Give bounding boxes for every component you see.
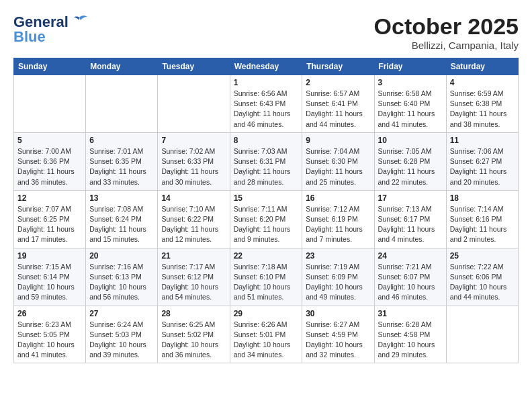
day-info: Sunrise: 7:11 AM Sunset: 6:20 PM Dayligh… [234, 204, 299, 245]
day-number: 1 [234, 78, 299, 87]
day-number: 29 [234, 309, 299, 318]
day-number: 2 [306, 78, 370, 87]
day-cell-7: 7Sunrise: 7:02 AM Sunset: 6:33 PM Daylig… [158, 132, 230, 190]
month-title: October 2025 [374, 13, 519, 40]
empty-cell [86, 75, 158, 133]
day-cell-18: 18Sunrise: 7:14 AM Sunset: 6:16 PM Dayli… [446, 190, 518, 248]
day-info: Sunrise: 7:22 AM Sunset: 6:06 PM Dayligh… [450, 262, 515, 303]
day-cell-29: 29Sunrise: 6:26 AM Sunset: 5:01 PM Dayli… [230, 306, 302, 363]
day-info: Sunrise: 7:13 AM Sunset: 6:17 PM Dayligh… [378, 204, 443, 245]
day-number: 11 [450, 136, 515, 145]
week-row-2: 5Sunrise: 7:00 AM Sunset: 6:36 PM Daylig… [14, 132, 519, 190]
logo-bird-icon [70, 15, 89, 30]
day-info: Sunrise: 7:08 AM Sunset: 6:24 PM Dayligh… [89, 204, 154, 245]
day-number: 13 [89, 193, 154, 203]
header: General Blue October 2025 Bellizzi, Camp… [13, 13, 519, 51]
day-number: 31 [378, 309, 443, 318]
week-row-3: 12Sunrise: 7:07 AM Sunset: 6:25 PM Dayli… [14, 190, 519, 248]
logo-blue: Blue [13, 28, 46, 46]
day-info: Sunrise: 7:16 AM Sunset: 6:13 PM Dayligh… [89, 262, 154, 303]
day-info: Sunrise: 6:27 AM Sunset: 4:59 PM Dayligh… [306, 320, 370, 361]
day-cell-23: 23Sunrise: 7:19 AM Sunset: 6:09 PM Dayli… [302, 248, 374, 306]
calendar-header: SundayMondayTuesdayWednesdayThursdayFrid… [14, 58, 519, 75]
logo-text-block: General Blue [13, 13, 89, 46]
week-row-1: 1Sunrise: 6:56 AM Sunset: 6:43 PM Daylig… [14, 75, 519, 133]
week-row-4: 19Sunrise: 7:15 AM Sunset: 6:14 PM Dayli… [14, 248, 519, 306]
day-number: 18 [450, 193, 515, 203]
day-cell-17: 17Sunrise: 7:13 AM Sunset: 6:17 PM Dayli… [374, 190, 446, 248]
header-row: SundayMondayTuesdayWednesdayThursdayFrid… [14, 58, 519, 75]
day-number: 21 [161, 251, 226, 261]
day-info: Sunrise: 7:14 AM Sunset: 6:16 PM Dayligh… [450, 204, 515, 245]
day-cell-14: 14Sunrise: 7:10 AM Sunset: 6:22 PM Dayli… [158, 190, 230, 248]
day-cell-31: 31Sunrise: 6:28 AM Sunset: 4:58 PM Dayli… [374, 306, 446, 363]
day-info: Sunrise: 7:00 AM Sunset: 6:36 PM Dayligh… [17, 146, 82, 187]
day-cell-8: 8Sunrise: 7:03 AM Sunset: 6:31 PM Daylig… [230, 132, 302, 190]
day-info: Sunrise: 7:03 AM Sunset: 6:31 PM Dayligh… [234, 146, 299, 187]
day-number: 4 [450, 78, 515, 87]
empty-cell [446, 306, 518, 363]
day-info: Sunrise: 6:59 AM Sunset: 6:38 PM Dayligh… [450, 89, 515, 130]
day-cell-21: 21Sunrise: 7:17 AM Sunset: 6:12 PM Dayli… [158, 248, 230, 306]
day-info: Sunrise: 6:58 AM Sunset: 6:40 PM Dayligh… [378, 89, 443, 130]
day-cell-25: 25Sunrise: 7:22 AM Sunset: 6:06 PM Dayli… [446, 248, 518, 306]
day-info: Sunrise: 7:04 AM Sunset: 6:30 PM Dayligh… [306, 146, 370, 187]
logo: General Blue [13, 13, 89, 46]
day-number: 27 [89, 309, 154, 318]
day-info: Sunrise: 6:28 AM Sunset: 4:58 PM Dayligh… [378, 320, 443, 361]
day-cell-16: 16Sunrise: 7:12 AM Sunset: 6:19 PM Dayli… [302, 190, 374, 248]
day-number: 9 [306, 136, 370, 145]
day-number: 12 [17, 193, 82, 203]
day-number: 5 [17, 136, 82, 145]
day-number: 17 [378, 193, 443, 203]
day-info: Sunrise: 7:12 AM Sunset: 6:19 PM Dayligh… [306, 204, 370, 245]
day-number: 15 [234, 193, 299, 203]
day-cell-24: 24Sunrise: 7:21 AM Sunset: 6:07 PM Dayli… [374, 248, 446, 306]
day-info: Sunrise: 6:23 AM Sunset: 5:05 PM Dayligh… [17, 320, 82, 361]
day-number: 7 [161, 136, 226, 145]
day-info: Sunrise: 7:07 AM Sunset: 6:25 PM Dayligh… [17, 204, 82, 245]
day-cell-4: 4Sunrise: 6:59 AM Sunset: 6:38 PM Daylig… [446, 75, 518, 133]
day-cell-10: 10Sunrise: 7:05 AM Sunset: 6:28 PM Dayli… [374, 132, 446, 190]
day-header-monday: Monday [86, 58, 158, 75]
day-info: Sunrise: 7:02 AM Sunset: 6:33 PM Dayligh… [161, 146, 226, 187]
day-cell-12: 12Sunrise: 7:07 AM Sunset: 6:25 PM Dayli… [14, 190, 86, 248]
day-info: Sunrise: 6:25 AM Sunset: 5:02 PM Dayligh… [161, 320, 226, 361]
empty-cell [14, 75, 86, 133]
day-info: Sunrise: 7:15 AM Sunset: 6:14 PM Dayligh… [17, 262, 82, 303]
day-number: 8 [234, 136, 299, 145]
day-cell-28: 28Sunrise: 6:25 AM Sunset: 5:02 PM Dayli… [158, 306, 230, 363]
day-number: 6 [89, 136, 154, 145]
day-info: Sunrise: 7:10 AM Sunset: 6:22 PM Dayligh… [161, 204, 226, 245]
day-info: Sunrise: 7:05 AM Sunset: 6:28 PM Dayligh… [378, 146, 443, 187]
day-number: 30 [306, 309, 370, 318]
day-cell-3: 3Sunrise: 6:58 AM Sunset: 6:40 PM Daylig… [374, 75, 446, 133]
day-number: 3 [378, 78, 443, 87]
day-info: Sunrise: 6:24 AM Sunset: 5:03 PM Dayligh… [89, 320, 154, 361]
day-header-friday: Friday [374, 58, 446, 75]
day-cell-20: 20Sunrise: 7:16 AM Sunset: 6:13 PM Dayli… [86, 248, 158, 306]
day-info: Sunrise: 7:21 AM Sunset: 6:07 PM Dayligh… [378, 262, 443, 303]
day-info: Sunrise: 7:01 AM Sunset: 6:35 PM Dayligh… [89, 146, 154, 187]
day-number: 20 [89, 251, 154, 261]
title-area: October 2025 Bellizzi, Campania, Italy [374, 13, 519, 51]
day-info: Sunrise: 7:17 AM Sunset: 6:12 PM Dayligh… [161, 262, 226, 303]
day-number: 26 [17, 309, 82, 318]
day-cell-13: 13Sunrise: 7:08 AM Sunset: 6:24 PM Dayli… [86, 190, 158, 248]
day-info: Sunrise: 7:19 AM Sunset: 6:09 PM Dayligh… [306, 262, 370, 303]
day-cell-27: 27Sunrise: 6:24 AM Sunset: 5:03 PM Dayli… [86, 306, 158, 363]
location-title: Bellizzi, Campania, Italy [374, 40, 519, 51]
day-header-sunday: Sunday [14, 58, 86, 75]
day-number: 25 [450, 251, 515, 261]
day-cell-9: 9Sunrise: 7:04 AM Sunset: 6:30 PM Daylig… [302, 132, 374, 190]
day-cell-15: 15Sunrise: 7:11 AM Sunset: 6:20 PM Dayli… [230, 190, 302, 248]
day-number: 10 [378, 136, 443, 145]
calendar-table: SundayMondayTuesdayWednesdayThursdayFrid… [13, 58, 519, 363]
day-header-thursday: Thursday [302, 58, 374, 75]
day-header-tuesday: Tuesday [158, 58, 230, 75]
day-number: 14 [161, 193, 226, 203]
day-info: Sunrise: 7:06 AM Sunset: 6:27 PM Dayligh… [450, 146, 515, 187]
day-number: 23 [306, 251, 370, 261]
day-number: 19 [17, 251, 82, 261]
empty-cell [158, 75, 230, 133]
